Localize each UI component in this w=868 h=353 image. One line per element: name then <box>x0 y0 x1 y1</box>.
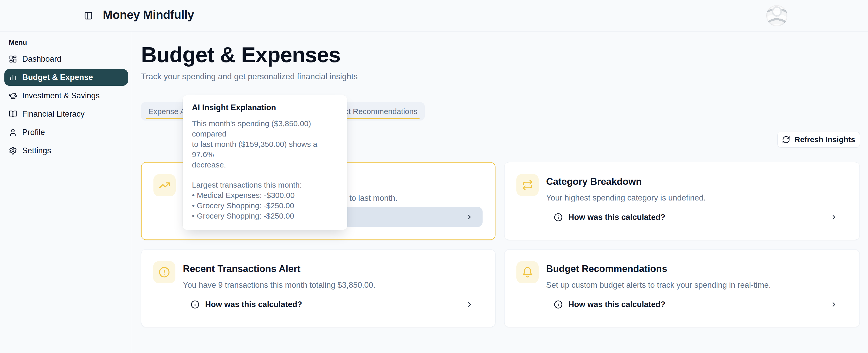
sidebar-item-label: Financial Literacy <box>22 109 85 119</box>
card-description: You have 9 transactions this month total… <box>183 281 375 290</box>
page-subtitle: Track your spending and get personalized… <box>141 72 358 81</box>
trending-up-icon <box>153 174 176 197</box>
card-description: Your highest spending category is undefi… <box>546 193 706 203</box>
popover-line: to last month ($159,350.00) shows a 97.6… <box>192 139 338 160</box>
how-calculated-label: How was this calculated? <box>568 213 665 222</box>
sidebar-toggle-button[interactable] <box>82 9 95 22</box>
chevron-right-icon <box>466 213 473 221</box>
sidebar-item-label: Dashboard <box>22 55 61 64</box>
chevron-right-icon <box>466 301 473 308</box>
sidebar: Menu Dashboard Budget & Expense Investme… <box>0 32 132 353</box>
how-calculated-link[interactable]: How was this calculated? <box>183 294 483 314</box>
alert-circle-icon <box>153 261 176 283</box>
popover-spacer <box>192 170 338 180</box>
app-title: Money Mindfully <box>103 8 194 22</box>
popover-line: decrease. <box>192 160 338 170</box>
sidebar-item-label: Investment & Savings <box>22 91 100 100</box>
popover-transactions-heading: Largest transactions this month: <box>192 180 338 190</box>
panel-left-icon <box>84 11 93 20</box>
sidebar-item-financial-literacy[interactable]: Financial Literacy <box>4 106 128 122</box>
card-title: Category Breakdown <box>546 176 642 187</box>
info-icon <box>554 300 563 309</box>
user-icon <box>9 128 17 137</box>
user-avatar[interactable] <box>766 5 787 26</box>
sidebar-item-label: Budget & Expense <box>22 73 93 82</box>
sidebar-item-settings[interactable]: Settings <box>4 142 128 159</box>
card-title: Budget Recommendations <box>546 263 667 274</box>
page-title: Budget & Expenses <box>141 43 340 67</box>
sidebar-item-profile[interactable]: Profile <box>4 124 128 141</box>
sidebar-nav: Dashboard Budget & Expense Investment & … <box>4 51 128 159</box>
main-content: Budget & Expenses Track your spending an… <box>132 32 868 353</box>
how-calculated-link[interactable]: How was this calculated? <box>546 207 847 227</box>
chevron-right-icon <box>830 213 838 221</box>
repeat-icon <box>517 174 538 196</box>
refresh-insights-button[interactable]: Refresh Insights <box>777 132 860 148</box>
ai-insight-popover: AI Insight Explanation This month's spen… <box>183 95 347 230</box>
popover-body: This month's spending ($3,850.00) compar… <box>192 118 338 221</box>
bell-icon <box>517 261 538 283</box>
sidebar-item-label: Settings <box>22 146 51 155</box>
book-open-icon <box>9 110 17 118</box>
refresh-insights-label: Refresh Insights <box>795 135 855 144</box>
popover-title: AI Insight Explanation <box>192 103 338 112</box>
info-icon <box>191 300 199 309</box>
sidebar-item-investment-savings[interactable]: Investment & Savings <box>4 87 128 104</box>
how-calculated-label: How was this calculated? <box>568 300 665 309</box>
refresh-icon <box>782 136 790 144</box>
bar-chart-icon <box>9 73 17 81</box>
gear-icon <box>9 147 17 155</box>
popover-bullet: • Grocery Shopping: -$250.00 <box>192 211 338 221</box>
chevron-right-icon <box>830 301 838 308</box>
how-calculated-link[interactable]: How was this calculated? <box>546 294 847 314</box>
app-root: Money Mindfully Menu Dashboard Budget & … <box>0 0 868 353</box>
sidebar-menu-label: Menu <box>9 39 27 47</box>
card-recent-transactions-alert: Recent Transactions Alert You have 9 tra… <box>141 249 495 327</box>
card-title: Recent Transactions Alert <box>183 263 301 274</box>
popover-bullet: • Medical Expenses: -$300.00 <box>192 190 338 201</box>
sidebar-item-label: Profile <box>22 128 45 137</box>
sidebar-item-budget-expense[interactable]: Budget & Expense <box>4 69 128 86</box>
card-budget-recommendations: Budget Recommendations Set up custom bud… <box>504 249 860 327</box>
dashboard-icon <box>9 55 17 63</box>
header: Money Mindfully <box>0 0 868 32</box>
how-calculated-label: How was this calculated? <box>205 300 302 309</box>
sidebar-item-dashboard[interactable]: Dashboard <box>4 51 128 67</box>
info-icon <box>554 213 563 222</box>
popover-line: This month's spending ($3,850.00) compar… <box>192 118 338 139</box>
piggy-bank-icon <box>9 92 17 100</box>
card-category-breakdown: Category Breakdown Your highest spending… <box>504 162 860 240</box>
popover-bullet: • Grocery Shopping: -$250.00 <box>192 201 338 211</box>
card-description: Set up custom budget alerts to track you… <box>546 281 771 290</box>
